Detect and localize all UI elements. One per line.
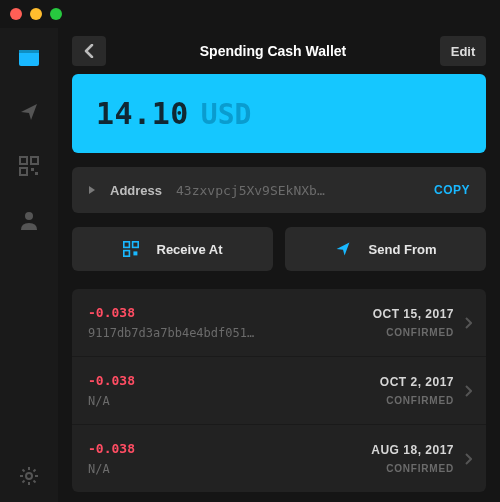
balance-card: 14.10 USD [72,74,486,153]
svg-rect-17 [123,242,129,248]
tx-date: OCT 15, 2017 [373,307,454,321]
transaction-row[interactable]: -0.038 9117db7d3a7bb4e4bdf051… OCT 15, 2… [72,289,486,357]
svg-line-14 [34,481,36,483]
sidebar [0,28,58,502]
wallet-icon [18,49,40,67]
svg-rect-2 [20,157,27,164]
svg-rect-4 [20,168,27,175]
address-value: 43zxvpcj5Xv9SEkNXb… [176,183,420,198]
tx-amount: -0.038 [88,305,363,320]
receive-button[interactable]: Receive At [72,227,273,271]
tx-date: AUG 18, 2017 [371,443,454,457]
tx-status: CONFIRMED [373,327,454,338]
transaction-list: -0.038 9117db7d3a7bb4e4bdf051… OCT 15, 2… [72,289,486,492]
copy-button[interactable]: COPY [434,183,470,197]
window-fullscreen-button[interactable] [50,8,62,20]
svg-rect-3 [31,157,38,164]
sidebar-item-contacts[interactable] [17,208,41,232]
tx-date: OCT 2, 2017 [380,375,454,389]
window-titlebar [0,0,500,28]
sidebar-item-qr[interactable] [17,154,41,178]
disclosure-icon [88,185,96,195]
sidebar-item-settings[interactable] [17,464,41,488]
gear-icon [19,466,39,486]
sidebar-item-wallet[interactable] [17,46,41,70]
svg-line-15 [23,481,25,483]
receive-label: Receive At [157,242,223,257]
send-label: Send From [369,242,437,257]
transaction-row[interactable]: -0.038 N/A OCT 2, 2017 CONFIRMED [72,357,486,425]
svg-rect-19 [123,251,129,257]
chevron-right-icon [464,385,472,397]
send-button[interactable]: Send From [285,227,486,271]
back-button[interactable] [72,36,106,66]
user-icon [19,210,39,230]
svg-rect-5 [31,168,34,171]
tx-hash: 9117db7d3a7bb4e4bdf051… [88,326,363,340]
window-close-button[interactable] [10,8,22,20]
svg-point-8 [26,473,32,479]
tx-hash: N/A [88,394,370,408]
qr-icon [123,241,139,257]
tx-hash: N/A [88,462,361,476]
svg-point-7 [25,212,33,220]
tx-status: CONFIRMED [380,395,454,406]
send-icon [19,102,39,122]
svg-line-13 [23,470,25,472]
svg-line-16 [34,470,36,472]
send-icon [335,241,351,257]
balance-amount: 14.10 [96,96,189,131]
page-title: Spending Cash Wallet [116,43,430,59]
svg-rect-20 [133,251,137,255]
svg-rect-6 [35,172,38,175]
edit-button[interactable]: Edit [440,36,486,66]
tx-amount: -0.038 [88,373,370,388]
address-row[interactable]: Address 43zxvpcj5Xv9SEkNXb… COPY [72,167,486,213]
address-label: Address [110,183,162,198]
transaction-row[interactable]: -0.038 N/A AUG 18, 2017 CONFIRMED [72,425,486,492]
balance-currency: USD [201,98,252,131]
sidebar-item-send[interactable] [17,100,41,124]
chevron-right-icon [464,317,472,329]
chevron-right-icon [464,453,472,465]
tx-status: CONFIRMED [371,463,454,474]
svg-rect-1 [19,50,39,53]
tx-amount: -0.038 [88,441,361,456]
svg-rect-18 [132,242,138,248]
chevron-left-icon [84,44,94,58]
qr-icon [19,156,39,176]
page-header: Spending Cash Wallet Edit [58,28,500,74]
window-minimize-button[interactable] [30,8,42,20]
